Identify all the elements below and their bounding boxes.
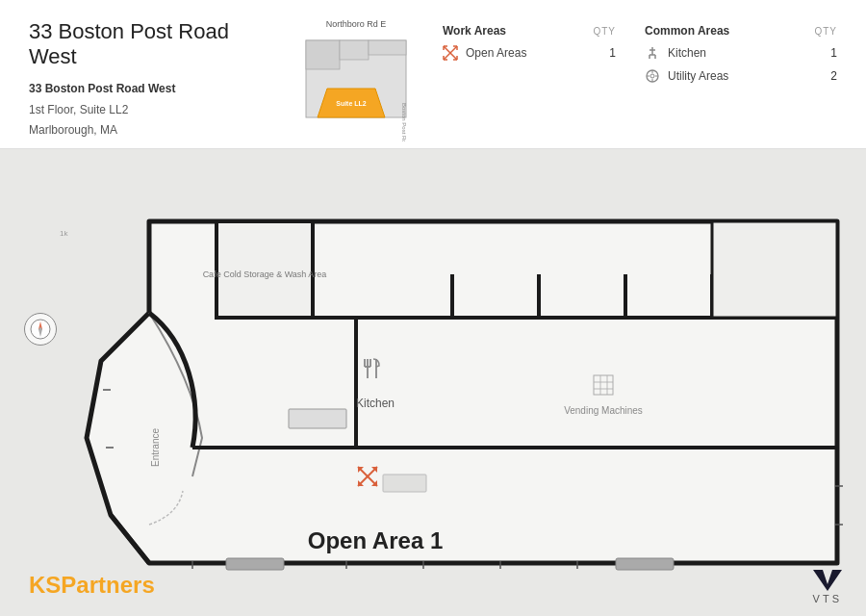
utility-label: Utility Areas xyxy=(668,69,728,83)
svg-point-22 xyxy=(650,74,654,78)
svg-marker-78 xyxy=(813,570,842,591)
kitchen-item: Kitchen 1 xyxy=(645,45,837,61)
common-areas-section: Common Areas QTY Kitchen 1 Ut xyxy=(645,19,837,91)
road-label: Northboro Rd E xyxy=(298,19,414,29)
header-left: 33 Boston Post Road West 33 Boston Post … xyxy=(29,19,269,141)
kitchen-icon xyxy=(645,45,660,61)
floor-info: 1st Floor, Suite LL2 xyxy=(29,100,269,121)
utility-item: Utility Areas 2 xyxy=(645,68,837,84)
city-info: Marlborough, MA xyxy=(29,120,269,141)
svg-rect-1 xyxy=(306,40,340,69)
partners-label: Partners xyxy=(61,572,154,598)
vts-icon-svg xyxy=(813,570,842,591)
kitchen-qty: 1 xyxy=(830,46,837,60)
work-areas-section: Work Areas QTY Open Areas 1 xyxy=(443,19,616,68)
open-areas-label: Open Areas xyxy=(466,46,526,60)
page-title: 33 Boston Post Road West xyxy=(29,19,269,69)
svg-text:Entrance: Entrance xyxy=(150,428,161,467)
floor-plan: Cafe Cold Storage & Wash Area Kitchen Ve… xyxy=(0,149,866,616)
branding: KSPartners xyxy=(29,572,155,599)
svg-text:Kitchen: Kitchen xyxy=(356,397,395,410)
svg-text:Cafe Cold Storage & Wash Area: Cafe Cold Storage & Wash Area xyxy=(203,270,327,279)
common-areas-heading: Common Areas QTY xyxy=(645,24,837,38)
work-areas-heading: Work Areas QTY xyxy=(443,24,616,38)
open-areas-qty: 1 xyxy=(609,46,616,60)
svg-rect-36 xyxy=(712,221,837,318)
kitchen-label: Kitchen xyxy=(668,46,706,60)
svg-rect-50 xyxy=(616,558,674,570)
svg-text:Vending Machines: Vending Machines xyxy=(564,405,643,416)
svg-text:1k: 1k xyxy=(60,229,68,238)
svg-rect-68 xyxy=(383,475,426,492)
svg-rect-2 xyxy=(340,40,369,60)
svg-text:Suite LL2: Suite LL2 xyxy=(336,100,367,107)
svg-text:Boston Post Road West: Boston Post Road West xyxy=(401,103,407,141)
floor-plan-svg: Cafe Cold Storage & Wash Area Kitchen Ve… xyxy=(0,149,866,616)
open-area-icon xyxy=(443,45,458,61)
compass-svg xyxy=(30,319,51,340)
vts-logo: VTS xyxy=(813,570,842,604)
open-areas-item: Open Areas 1 xyxy=(443,45,616,61)
building-name: 33 Boston Post Road West xyxy=(29,79,269,100)
svg-text:Open Area 1: Open Area 1 xyxy=(308,527,444,553)
utility-qty: 2 xyxy=(830,69,837,83)
mini-map-svg: Suite LL2 Boston Post Road West xyxy=(298,31,414,141)
utility-icon xyxy=(645,68,660,84)
svg-rect-3 xyxy=(369,40,406,55)
compass xyxy=(24,313,57,346)
vts-text: VTS xyxy=(813,593,842,604)
header: 33 Boston Post Road West 33 Boston Post … xyxy=(0,0,866,149)
svg-rect-51 xyxy=(289,409,346,428)
ks-label: KS xyxy=(29,572,61,598)
svg-rect-49 xyxy=(226,558,284,570)
mini-map: Northboro Rd E Suite LL2 Boston Post Roa… xyxy=(298,19,414,145)
